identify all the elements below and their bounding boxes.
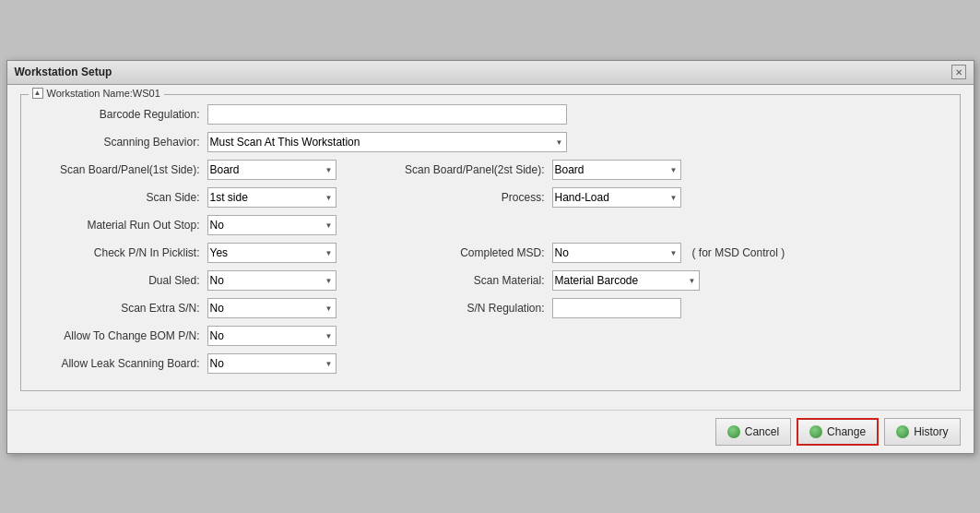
material-runout-select[interactable]: No Yes bbox=[207, 215, 337, 235]
process-select[interactable]: Hand-Load Auto Manual bbox=[552, 187, 681, 208]
allow-leak-wrapper: No Yes bbox=[207, 353, 337, 374]
group-title: Workstation Name:WS01 bbox=[47, 88, 160, 99]
scanning-behavior-row: Scanning Behavior: Must Scan At This Wor… bbox=[34, 132, 947, 152]
dual-sled-label: Dual Sled: bbox=[34, 274, 200, 287]
history-icon bbox=[896, 425, 909, 438]
dual-sled-row: Dual Sled: No Yes Scan Material: Materia… bbox=[34, 270, 947, 291]
workstation-setup-dialog: Workstation Setup ✕ ▲ Workstation Name:W… bbox=[6, 60, 974, 454]
scanning-behavior-select[interactable]: Must Scan At This Workstation Optional S… bbox=[207, 132, 567, 152]
allow-leak-row: Allow Leak Scanning Board: No Yes bbox=[34, 353, 947, 374]
scan-board-row: Scan Board/Panel(1st Side): Board Panel … bbox=[34, 160, 947, 180]
msd-note: ( for MSD Control ) bbox=[692, 246, 785, 259]
barcode-regulation-label: Barcode Regulation: bbox=[34, 108, 200, 121]
scan-side-label: Scan Side: bbox=[34, 191, 200, 204]
close-button[interactable]: ✕ bbox=[951, 65, 966, 79]
collapse-button[interactable]: ▲ bbox=[32, 88, 43, 99]
change-button[interactable]: Change bbox=[797, 418, 879, 446]
scan-material-wrapper: Material Barcode None Serial Number bbox=[552, 270, 700, 291]
process-label: Process: bbox=[379, 191, 545, 204]
scan-extra-sn-select[interactable]: No Yes bbox=[207, 298, 337, 318]
dialog-body: ▲ Workstation Name:WS01 Barcode Regulati… bbox=[7, 85, 974, 410]
scan-extra-sn-wrapper: No Yes bbox=[207, 298, 337, 318]
scan-material-label: Scan Material: bbox=[379, 274, 545, 287]
scan-extra-sn-row: Scan Extra S/N: No Yes S/N Regulation: bbox=[34, 298, 947, 318]
check-pn-select[interactable]: Yes No bbox=[207, 243, 337, 263]
material-runout-label: Material Run Out Stop: bbox=[34, 219, 200, 232]
scan-board-2nd-select[interactable]: Board Panel None bbox=[552, 160, 681, 180]
completed-msd-select[interactable]: No Yes bbox=[552, 243, 681, 263]
scan-board-1st-select[interactable]: Board Panel None bbox=[207, 160, 337, 180]
title-bar: Workstation Setup ✕ bbox=[7, 61, 974, 85]
scan-board-2nd-wrapper: Board Panel None bbox=[552, 160, 681, 180]
check-pn-row: Check P/N In Picklist: Yes No Completed … bbox=[34, 243, 947, 263]
change-label: Change bbox=[827, 425, 866, 438]
completed-msd-label: Completed MSD: bbox=[379, 246, 545, 259]
material-runout-wrapper: No Yes bbox=[207, 215, 337, 235]
check-pn-label: Check P/N In Picklist: bbox=[34, 246, 200, 259]
change-icon bbox=[809, 425, 822, 438]
scanning-behavior-label: Scanning Behavior: bbox=[34, 136, 200, 149]
allow-leak-select[interactable]: No Yes bbox=[207, 353, 337, 374]
material-runout-row: Material Run Out Stop: No Yes bbox=[34, 215, 947, 235]
scan-board-1st-wrapper: Board Panel None bbox=[207, 160, 337, 180]
allow-leak-label: Allow Leak Scanning Board: bbox=[34, 357, 200, 370]
process-wrapper: Hand-Load Auto Manual bbox=[552, 187, 681, 208]
allow-change-bom-row: Allow To Change BOM P/N: No Yes bbox=[34, 326, 947, 346]
sn-regulation-label: S/N Regulation: bbox=[379, 302, 545, 315]
cancel-button[interactable]: Cancel bbox=[715, 418, 791, 446]
dialog-footer: Cancel Change History bbox=[7, 410, 974, 453]
history-button[interactable]: History bbox=[884, 418, 960, 446]
allow-change-bom-select[interactable]: No Yes bbox=[207, 326, 337, 346]
scan-material-select[interactable]: Material Barcode None Serial Number bbox=[552, 270, 700, 291]
scan-board-1st-label: Scan Board/Panel(1st Side): bbox=[34, 163, 200, 176]
scan-side-select[interactable]: 1st side 2nd side Both bbox=[207, 187, 337, 208]
dual-sled-select[interactable]: No Yes bbox=[207, 270, 337, 291]
barcode-regulation-row: Barcode Regulation: bbox=[34, 104, 947, 125]
dialog-title: Workstation Setup bbox=[15, 66, 112, 78]
dual-sled-wrapper: No Yes bbox=[207, 270, 337, 291]
check-pn-wrapper: Yes No bbox=[207, 243, 337, 263]
scan-board-2nd-label: Scan Board/Panel(2st Side): bbox=[379, 163, 545, 176]
allow-change-bom-label: Allow To Change BOM P/N: bbox=[34, 329, 200, 342]
workstation-group: ▲ Workstation Name:WS01 Barcode Regulati… bbox=[20, 94, 961, 391]
scan-extra-sn-label: Scan Extra S/N: bbox=[34, 302, 200, 315]
completed-msd-wrapper: No Yes bbox=[552, 243, 681, 263]
sn-regulation-input[interactable] bbox=[552, 298, 681, 318]
scanning-behavior-wrapper: Must Scan At This Workstation Optional S… bbox=[207, 132, 567, 152]
cancel-icon bbox=[727, 425, 740, 438]
scan-side-wrapper: 1st side 2nd side Both bbox=[207, 187, 337, 208]
cancel-label: Cancel bbox=[745, 425, 779, 438]
scan-side-row: Scan Side: 1st side 2nd side Both Proces… bbox=[34, 187, 947, 208]
barcode-regulation-input[interactable] bbox=[207, 104, 567, 125]
group-label: ▲ Workstation Name:WS01 bbox=[29, 88, 164, 99]
history-label: History bbox=[914, 425, 948, 438]
allow-change-bom-wrapper: No Yes bbox=[207, 326, 337, 346]
